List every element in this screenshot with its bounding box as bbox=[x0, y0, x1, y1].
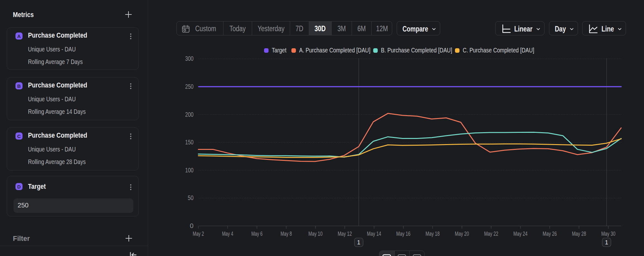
svg-text:May 26: May 26 bbox=[543, 230, 557, 237]
svg-text:1: 1 bbox=[357, 239, 360, 246]
svg-text:May 20: May 20 bbox=[455, 230, 469, 237]
svg-text:May 10: May 10 bbox=[308, 230, 323, 237]
svg-text:May 2: May 2 bbox=[193, 230, 204, 237]
svg-text:May 28: May 28 bbox=[572, 230, 586, 237]
svg-text:200: 200 bbox=[185, 111, 194, 118]
svg-text:May 14: May 14 bbox=[367, 230, 381, 237]
svg-text:May 8: May 8 bbox=[280, 230, 292, 237]
svg-text:May 24: May 24 bbox=[513, 230, 527, 237]
svg-text:300: 300 bbox=[185, 55, 194, 62]
svg-text:0: 0 bbox=[190, 222, 194, 229]
svg-text:100: 100 bbox=[185, 166, 194, 174]
svg-text:May 16: May 16 bbox=[396, 230, 411, 237]
svg-text:May 18: May 18 bbox=[426, 230, 440, 237]
svg-text:May 4: May 4 bbox=[222, 230, 233, 237]
svg-text:1: 1 bbox=[605, 239, 608, 246]
svg-text:May 6: May 6 bbox=[251, 230, 262, 237]
svg-text:May 12: May 12 bbox=[338, 230, 352, 237]
svg-text:50: 50 bbox=[188, 194, 194, 201]
svg-text:May 30: May 30 bbox=[601, 230, 615, 237]
svg-text:150: 150 bbox=[185, 138, 194, 146]
svg-text:250: 250 bbox=[185, 83, 194, 90]
svg-text:May 22: May 22 bbox=[484, 230, 498, 237]
